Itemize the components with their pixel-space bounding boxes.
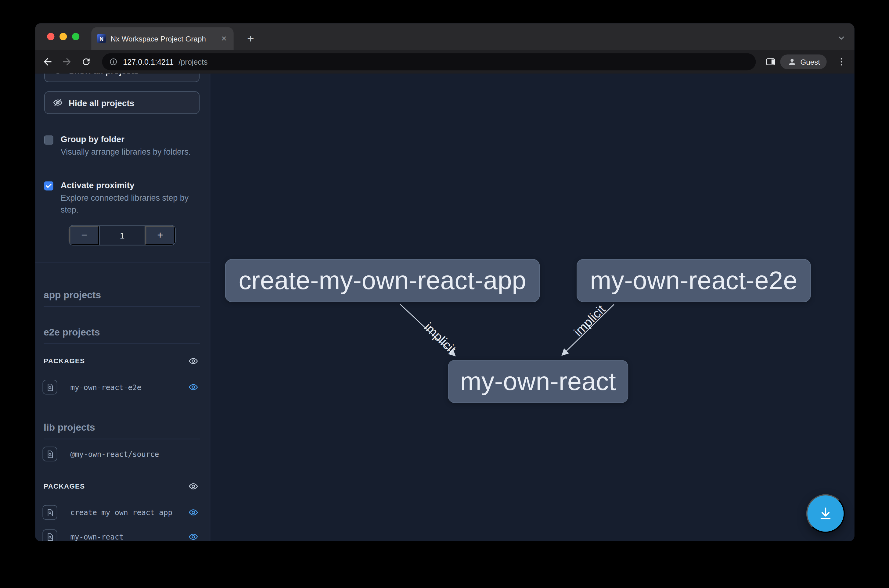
document-search-icon xyxy=(42,505,57,520)
graph-node-create-my-own-react-app[interactable]: create-my-own-react-app xyxy=(225,259,540,302)
eye-icon xyxy=(53,74,63,76)
proximity-decrement-button[interactable]: − xyxy=(69,226,99,245)
show-all-projects-label: Show all projects xyxy=(69,74,138,76)
url-path: /projects xyxy=(179,58,208,66)
page-content: Show all projects Hide all projects Grou… xyxy=(35,74,854,542)
hide-all-projects-label: Hide all projects xyxy=(69,98,134,108)
browser-toolbar: 127.0.0.1:4211/projects Guest xyxy=(35,50,854,74)
activate-proximity-description: Explore connected libraries step by step… xyxy=(61,192,207,216)
group-by-folder-label[interactable]: Group by folder xyxy=(61,134,125,145)
tab-title: Nx Workspace Project Graph xyxy=(110,34,214,43)
traffic-light-close-button[interactable] xyxy=(47,33,54,40)
project-row: @my-own-react/source xyxy=(42,447,203,461)
browser-menu-icon[interactable] xyxy=(835,55,848,69)
project-row: create-my-own-react-app xyxy=(42,505,203,520)
packages-header-lib: PACKAGES xyxy=(44,481,203,491)
sidebar: Show all projects Hide all projects Grou… xyxy=(35,74,210,542)
profile-label: Guest xyxy=(800,58,820,66)
chevron-down-icon[interactable] xyxy=(835,31,848,45)
eye-icon[interactable] xyxy=(188,382,198,392)
reload-button[interactable] xyxy=(79,55,93,69)
forward-button[interactable] xyxy=(60,55,74,69)
divider xyxy=(44,344,200,344)
nx-favicon-icon: N xyxy=(97,34,106,43)
graph-canvas[interactable]: implicit implicit create-my-own-react-ap… xyxy=(210,74,854,542)
divider xyxy=(44,438,200,439)
tab-strip: N Nx Workspace Project Graph × + xyxy=(35,23,854,50)
packages-label: PACKAGES xyxy=(44,483,85,490)
profile-chip[interactable]: Guest xyxy=(780,54,826,69)
document-search-icon xyxy=(42,530,57,542)
eye-icon[interactable] xyxy=(188,532,198,542)
proximity-stepper: − 1 + xyxy=(69,225,176,246)
new-tab-button[interactable]: + xyxy=(243,30,258,46)
check-icon xyxy=(45,182,52,189)
document-search-icon xyxy=(42,380,57,394)
hide-all-projects-button[interactable]: Hide all projects xyxy=(44,91,200,114)
eye-off-icon xyxy=(53,98,63,108)
lib-projects-heading: lib projects xyxy=(44,422,95,434)
project-name[interactable]: my-own-react xyxy=(70,532,123,541)
packages-label: PACKAGES xyxy=(44,357,85,365)
project-name[interactable]: my-own-react-e2e xyxy=(70,383,141,391)
browser-tab[interactable]: N Nx Workspace Project Graph × xyxy=(91,27,233,50)
document-search-icon xyxy=(42,447,57,461)
packages-header-e2e: PACKAGES xyxy=(44,356,203,366)
show-all-projects-button[interactable]: Show all projects xyxy=(44,74,200,82)
project-row: my-own-react xyxy=(42,530,203,542)
project-row: my-own-react-e2e xyxy=(42,380,203,394)
browser-window: N Nx Workspace Project Graph × + xyxy=(35,23,854,542)
download-image-button[interactable] xyxy=(806,494,845,533)
graph-node-my-own-react[interactable]: my-own-react xyxy=(448,360,628,403)
project-name[interactable]: @my-own-react/source xyxy=(70,450,159,458)
eye-icon[interactable] xyxy=(188,481,198,491)
group-by-folder-description: Visually arrange libraries by folders. xyxy=(61,146,207,158)
eye-icon[interactable] xyxy=(188,356,198,366)
traffic-light-minimize-button[interactable] xyxy=(60,33,67,40)
avatar-icon xyxy=(787,57,797,67)
edge-label-implicit: implicit xyxy=(571,302,608,339)
traffic-light-zoom-button[interactable] xyxy=(72,33,79,40)
tab-close-icon[interactable]: × xyxy=(219,33,229,44)
divider xyxy=(35,262,210,262)
graph-node-my-own-react-e2e[interactable]: my-own-react-e2e xyxy=(577,259,811,302)
side-panel-icon[interactable] xyxy=(764,55,777,69)
project-name[interactable]: create-my-own-react-app xyxy=(70,508,173,517)
activate-proximity-label[interactable]: Activate proximity xyxy=(61,180,135,191)
proximity-value[interactable]: 1 xyxy=(99,226,145,245)
back-button[interactable] xyxy=(41,55,55,69)
address-bar[interactable]: 127.0.0.1:4211/projects xyxy=(102,53,756,70)
info-icon[interactable] xyxy=(109,57,118,66)
divider xyxy=(44,306,200,307)
proximity-increment-button[interactable]: + xyxy=(145,226,176,245)
download-icon xyxy=(818,506,833,522)
e2e-projects-heading: e2e projects xyxy=(44,326,100,339)
graph-edges: implicit implicit xyxy=(210,74,854,542)
edge-label-implicit: implicit xyxy=(422,320,459,357)
screen: N Nx Workspace Project Graph × + xyxy=(0,0,889,588)
app-projects-heading: app projects xyxy=(44,289,101,302)
eye-icon[interactable] xyxy=(188,507,198,517)
activate-proximity-checkbox[interactable] xyxy=(44,182,53,190)
group-by-folder-checkbox[interactable] xyxy=(44,135,53,144)
url-host: 127.0.0.1:4211 xyxy=(123,58,174,66)
